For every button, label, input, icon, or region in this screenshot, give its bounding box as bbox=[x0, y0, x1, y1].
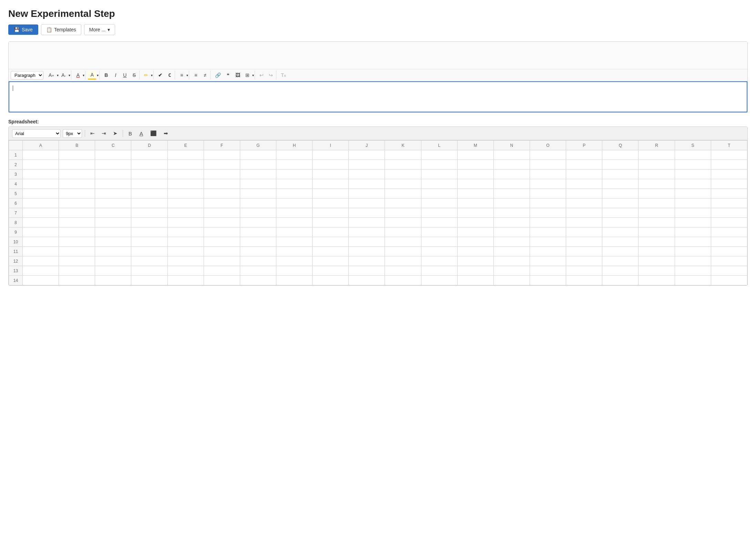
cell-R12[interactable] bbox=[638, 256, 675, 266]
cell-G2[interactable] bbox=[240, 160, 276, 170]
cell-S10[interactable] bbox=[675, 237, 711, 247]
cell-M8[interactable] bbox=[457, 218, 493, 227]
cell-O1[interactable] bbox=[530, 150, 566, 160]
cell-A6[interactable] bbox=[23, 199, 59, 208]
cell-I10[interactable] bbox=[313, 237, 349, 247]
cell-C12[interactable] bbox=[95, 256, 131, 266]
cell-G10[interactable] bbox=[240, 237, 276, 247]
cell-Q12[interactable] bbox=[602, 256, 638, 266]
cell-M4[interactable] bbox=[457, 179, 493, 189]
cell-N13[interactable] bbox=[493, 266, 530, 276]
highlight-color-button[interactable]: ✏ bbox=[142, 71, 151, 80]
cell-L7[interactable] bbox=[421, 208, 457, 218]
cell-F6[interactable] bbox=[204, 199, 240, 208]
cell-P2[interactable] bbox=[566, 160, 602, 170]
cell-E14[interactable] bbox=[167, 276, 204, 285]
cell-R5[interactable] bbox=[638, 189, 675, 199]
cell-L4[interactable] bbox=[421, 179, 457, 189]
cell-I8[interactable] bbox=[313, 218, 349, 227]
cell-B6[interactable] bbox=[59, 199, 95, 208]
cell-N6[interactable] bbox=[493, 199, 530, 208]
cell-L5[interactable] bbox=[421, 189, 457, 199]
cell-S1[interactable] bbox=[675, 150, 711, 160]
cell-N14[interactable] bbox=[493, 276, 530, 285]
cell-O8[interactable] bbox=[530, 218, 566, 227]
cell-D12[interactable] bbox=[131, 256, 167, 266]
cell-P10[interactable] bbox=[566, 237, 602, 247]
cell-A3[interactable] bbox=[23, 170, 59, 179]
cell-G9[interactable] bbox=[240, 227, 276, 237]
cell-F11[interactable] bbox=[204, 247, 240, 256]
cell-E10[interactable] bbox=[167, 237, 204, 247]
unordered-list-button[interactable]: ≠ bbox=[201, 71, 210, 80]
cell-J14[interactable] bbox=[349, 276, 385, 285]
cell-S12[interactable] bbox=[675, 256, 711, 266]
cell-R7[interactable] bbox=[638, 208, 675, 218]
cell-C4[interactable] bbox=[95, 179, 131, 189]
cell-N2[interactable] bbox=[493, 160, 530, 170]
cell-J1[interactable] bbox=[349, 150, 385, 160]
cell-I2[interactable] bbox=[313, 160, 349, 170]
cell-P4[interactable] bbox=[566, 179, 602, 189]
cell-B10[interactable] bbox=[59, 237, 95, 247]
cell-A11[interactable] bbox=[23, 247, 59, 256]
cell-R3[interactable] bbox=[638, 170, 675, 179]
cell-O14[interactable] bbox=[530, 276, 566, 285]
cell-K13[interactable] bbox=[385, 266, 421, 276]
cell-M14[interactable] bbox=[457, 276, 493, 285]
cell-R1[interactable] bbox=[638, 150, 675, 160]
font-size-select[interactable]: 9px 10px 11px 12px 14px bbox=[63, 129, 82, 138]
cell-G11[interactable] bbox=[240, 247, 276, 256]
cell-K3[interactable] bbox=[385, 170, 421, 179]
cell-B11[interactable] bbox=[59, 247, 95, 256]
cell-J11[interactable] bbox=[349, 247, 385, 256]
cell-I12[interactable] bbox=[313, 256, 349, 266]
link-button[interactable]: 🔗 bbox=[213, 71, 223, 80]
cell-H10[interactable] bbox=[276, 237, 312, 247]
cell-P9[interactable] bbox=[566, 227, 602, 237]
cell-C2[interactable] bbox=[95, 160, 131, 170]
cell-Q6[interactable] bbox=[602, 199, 638, 208]
cell-I5[interactable] bbox=[313, 189, 349, 199]
redo-button[interactable]: ↪ bbox=[266, 71, 275, 80]
cell-S2[interactable] bbox=[675, 160, 711, 170]
cell-K2[interactable] bbox=[385, 160, 421, 170]
cell-Q8[interactable] bbox=[602, 218, 638, 227]
cell-H14[interactable] bbox=[276, 276, 312, 285]
ss-underline-button[interactable]: A bbox=[137, 129, 146, 138]
cell-D11[interactable] bbox=[131, 247, 167, 256]
cell-E7[interactable] bbox=[167, 208, 204, 218]
table-button[interactable]: ⊞ bbox=[243, 71, 252, 80]
cell-E12[interactable] bbox=[167, 256, 204, 266]
align-button[interactable]: ≡ bbox=[177, 71, 186, 80]
cell-B13[interactable] bbox=[59, 266, 95, 276]
cell-A4[interactable] bbox=[23, 179, 59, 189]
cell-P13[interactable] bbox=[566, 266, 602, 276]
cell-Q7[interactable] bbox=[602, 208, 638, 218]
cell-F13[interactable] bbox=[204, 266, 240, 276]
cell-K6[interactable] bbox=[385, 199, 421, 208]
cell-T4[interactable] bbox=[711, 179, 747, 189]
cell-M7[interactable] bbox=[457, 208, 493, 218]
cell-F4[interactable] bbox=[204, 179, 240, 189]
cell-A5[interactable] bbox=[23, 189, 59, 199]
cell-S7[interactable] bbox=[675, 208, 711, 218]
save-button[interactable]: 💾 Save bbox=[8, 24, 38, 35]
cell-O11[interactable] bbox=[530, 247, 566, 256]
ss-align-left-button[interactable]: ⇤ bbox=[88, 129, 97, 138]
cell-Q2[interactable] bbox=[602, 160, 638, 170]
cell-P7[interactable] bbox=[566, 208, 602, 218]
cell-H11[interactable] bbox=[276, 247, 312, 256]
cell-M3[interactable] bbox=[457, 170, 493, 179]
cell-A13[interactable] bbox=[23, 266, 59, 276]
cell-D9[interactable] bbox=[131, 227, 167, 237]
cell-H4[interactable] bbox=[276, 179, 312, 189]
cell-I4[interactable] bbox=[313, 179, 349, 189]
cell-C13[interactable] bbox=[95, 266, 131, 276]
cell-T13[interactable] bbox=[711, 266, 747, 276]
cell-P12[interactable] bbox=[566, 256, 602, 266]
cell-Q3[interactable] bbox=[602, 170, 638, 179]
cell-P3[interactable] bbox=[566, 170, 602, 179]
cell-H3[interactable] bbox=[276, 170, 312, 179]
cell-T9[interactable] bbox=[711, 227, 747, 237]
